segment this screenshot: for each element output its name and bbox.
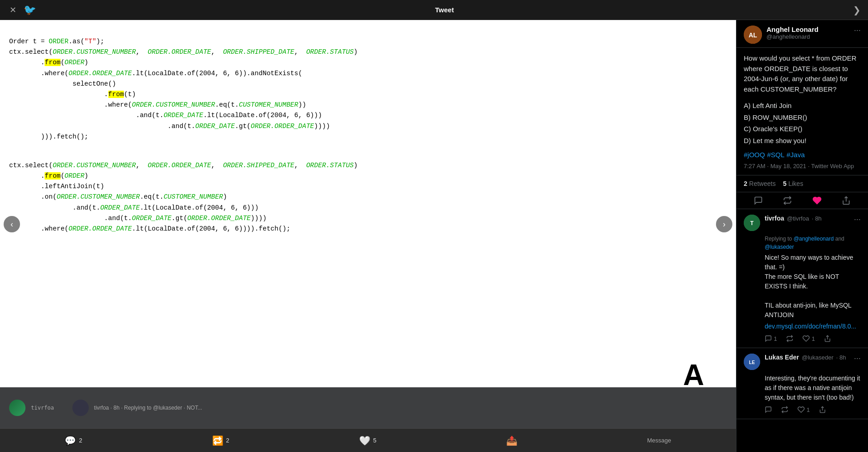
reply-like-tivrfoa[interactable]: 1 (802, 335, 815, 342)
like-count: 5 (373, 437, 376, 444)
share-icon: 📤 (506, 435, 518, 446)
likes-stat: 5 Likes (783, 180, 803, 187)
reply-lukas-header: LE Lukas Eder @lukaseder · 8h ··· (744, 354, 861, 370)
svg-text:T: T (750, 220, 754, 226)
tweet-options: A) Left Anti Join B) ROW_NUMBER() C) Ora… (744, 100, 861, 146)
code-section-2: ctx.select(ORDER.CUSTOMER_NUMBER, ORDER.… (0, 153, 736, 234)
prev-arrow[interactable]: ‹ (4, 216, 20, 232)
reply-tivrfoa-header: T tivrfoa @tivrfoa · 8h ··· (744, 215, 861, 231)
author-name: Anghel Leonard (766, 26, 849, 33)
toolbar-share[interactable]: 📤 (506, 435, 518, 446)
tweet-option-c: C) Oracle's KEEP() (744, 123, 861, 135)
section-divider (0, 142, 736, 153)
retweet-count: 2 (744, 180, 747, 187)
reply-lukas: LE Lukas Eder @lukaseder · 8h ··· Intere… (736, 348, 868, 419)
big-letter-a: A (683, 358, 704, 392)
code-block-1: Order t = ORDER.as("T"); ctx.select(ORDE… (0, 36, 736, 142)
tweet-hashtags: #jOOQ #SQL #Java (744, 151, 861, 159)
reply-avatar-tivrfoa: T (744, 215, 760, 231)
code-panel: ‹ › Order t = ORDER.as("T"); ctx.select(… (0, 20, 736, 452)
tweet-meta: 7:27 AM · May 18, 2021 · Twitter Web App (744, 163, 861, 170)
retweet-count: 2 (226, 437, 229, 444)
hashtag-jooq[interactable]: #jOOQ (744, 151, 765, 159)
tweet-label: Tweet (435, 6, 454, 14)
svg-text:LE: LE (749, 360, 755, 365)
retweet-stat: 2 Retweets (744, 180, 776, 187)
reply-time-tivrfoa: · 8h (812, 215, 822, 222)
toolbar-message[interactable]: Message (647, 437, 671, 444)
reply-like-count-tivrfoa: 1 (812, 335, 815, 342)
tweet-actions (736, 192, 868, 209)
comment-count: 2 (79, 437, 82, 444)
main-layout: ‹ › Order t = ORDER.as("T"); ctx.select(… (0, 20, 868, 452)
preview-avatar-tivrfoa (9, 400, 25, 416)
reply-body-tivrfoa-2: The more SQL like is NOT EXISTS I think. (765, 272, 861, 291)
reply-tivrfoa: T tivrfoa @tivrfoa · 8h ··· Replying to … (736, 209, 868, 348)
code-block-2: ctx.select(ORDER.CUSTOMER_NUMBER, ORDER.… (0, 160, 736, 234)
svg-text:AL: AL (749, 31, 757, 39)
reply-handle-tivrfoa: @tivrfoa (787, 215, 809, 222)
bottom-code-preview: tivrfoa tivrfoa · 8h · Replying to @luka… (0, 387, 736, 428)
code-section-1: Order t = ORDER.as("T"); ctx.select(ORDE… (0, 29, 736, 142)
preview-text-tivrfoa: tivrfoa (31, 405, 54, 411)
replying-to-tivrfoa: Replying to @anghelleonard and @lukasede… (765, 235, 861, 251)
preview-text-other: tivrfoa · 8h · Replying to @lukaseder · … (94, 405, 203, 411)
preview-avatar-other (72, 400, 89, 416)
comment-icon: 💬 (65, 435, 76, 446)
reply-retweet-tivrfoa[interactable] (786, 335, 793, 342)
reply-time-lukas: · 8h (836, 354, 846, 361)
tweet-content: How would you select * from ORDER where … (736, 48, 868, 175)
hashtag-java[interactable]: #Java (787, 151, 805, 159)
top-bar-center: Tweet (435, 6, 454, 14)
reply-more-tivrfoa[interactable]: ··· (854, 215, 861, 224)
bottom-toolbar: 💬 2 🔁 2 🤍 5 📤 Message (0, 428, 736, 452)
tweet-question: How would you select * from ORDER where … (744, 54, 857, 93)
reply-like-lukas[interactable]: 1 (797, 406, 810, 413)
author-info: Anghel Leonard @anghelleonard (766, 26, 849, 40)
right-panel: AL Anghel Leonard @anghelleonard ··· How… (736, 20, 868, 452)
reply-link-tivrfoa[interactable]: dev.mysql.com/doc/refman/8.0... (765, 323, 856, 330)
reply-actions-tivrfoa: 1 1 (744, 335, 861, 342)
retweets-label: Retweets (749, 180, 776, 187)
reply-text-tivrfoa: Replying to @anghelleonard and @lukasede… (744, 235, 861, 331)
toolbar-comment[interactable]: 💬 2 (65, 435, 82, 446)
reply-author-line: tivrfoa @tivrfoa · 8h (765, 215, 849, 222)
reply-comment-lukas[interactable] (765, 406, 772, 413)
reply-name-lukas: Lukas Eder (765, 354, 799, 361)
chevron-right-icon[interactable]: ❯ (853, 5, 861, 15)
tweet-option-a: A) Left Anti Join (744, 100, 861, 112)
retweet-icon: 🔁 (212, 435, 223, 446)
hashtag-sql[interactable]: #SQL (767, 151, 784, 159)
like-button[interactable] (812, 196, 822, 205)
reply-avatar-lukas: LE (744, 354, 760, 370)
reply-retweet-lukas[interactable] (781, 406, 788, 413)
reply-author-lukas: Lukas Eder @lukaseder · 8h (765, 354, 849, 361)
reply-share-lukas[interactable] (819, 406, 826, 413)
reply-name-tivrfoa: tivrfoa (765, 215, 784, 222)
retweet-button[interactable] (783, 196, 792, 205)
likes-label: Likes (788, 180, 803, 187)
reply-comment-tivrfoa[interactable]: 1 (765, 335, 777, 342)
twitter-icon: 🐦 (24, 4, 36, 16)
reply-more-lukas[interactable]: ··· (854, 354, 861, 363)
top-bar-right: ❯ (853, 5, 861, 15)
tweet-option-b: B) ROW_NUMBER() (744, 112, 861, 123)
toolbar-retweet[interactable]: 🔁 2 (212, 435, 229, 446)
toolbar-like[interactable]: 🤍 5 (359, 435, 376, 446)
reply-actions-lukas: 1 (744, 406, 861, 413)
share-button[interactable] (842, 196, 851, 205)
reply-body-tivrfoa-3: TIL about anti-join, like MySQL ANTIJOIN (765, 301, 861, 320)
reply-author-tivrfoa: tivrfoa @tivrfoa · 8h (765, 215, 849, 222)
comment-button[interactable] (754, 196, 763, 205)
top-bar-left: ✕ 🐦 (7, 4, 36, 16)
reply-lukas-author-line: Lukas Eder @lukaseder · 8h (765, 354, 849, 361)
reply-comment-count-tivrfoa: 1 (774, 335, 777, 342)
code-content: ‹ › Order t = ORDER.as("T"); ctx.select(… (0, 20, 736, 428)
more-options-button[interactable]: ··· (854, 26, 861, 35)
tweet-text: How would you select * from ORDER where … (744, 53, 861, 94)
next-arrow[interactable]: › (716, 216, 732, 232)
reply-body-tivrfoa-1: Nice! So many ways to achieve that. =) (765, 253, 861, 272)
author-handle: @anghelleonard (766, 33, 849, 40)
reply-share-tivrfoa[interactable] (824, 335, 831, 342)
close-button[interactable]: ✕ (7, 5, 18, 15)
